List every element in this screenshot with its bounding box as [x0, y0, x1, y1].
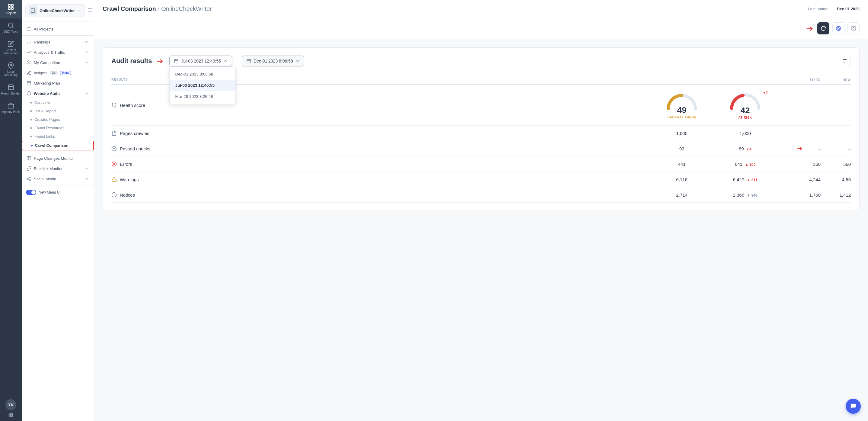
nav-marketing-plan[interactable]: Marketing Plan — [22, 78, 94, 88]
passed-checks-val1: 93 — [679, 146, 684, 151]
settings-icon — [851, 26, 856, 31]
subnav-overview[interactable]: Overview — [22, 98, 94, 107]
subnav-overview-dot — [30, 102, 32, 103]
header-right: Last update Dec-01 2023 — [808, 7, 860, 11]
chat-bubble[interactable] — [846, 399, 861, 414]
row-passed-checks: Passed checks 93 89 ♥ 4 ➔ – – — [112, 141, 851, 156]
main-area: Crawl Comparison / OnlineCheckWriter Las… — [94, 0, 868, 421]
subnav-crawl-comparison[interactable]: Crawl Comparison — [22, 141, 94, 150]
nav-local-marketing[interactable]: Local Marketing — [0, 59, 22, 80]
settings-button[interactable] — [847, 22, 860, 34]
col-header-results: RESULTS — [112, 78, 128, 81]
nav-analytics-traffic[interactable]: Analytics & Traffic — [22, 47, 94, 57]
customize-button[interactable] — [832, 22, 844, 34]
insights-badge: 21 — [50, 71, 58, 75]
refresh-button[interactable] — [817, 22, 829, 34]
toolbar-row: ➔ — [94, 18, 868, 39]
subnav-crawled-pages[interactable]: Crawled Pages — [22, 115, 94, 124]
col-header-new: NEW — [843, 78, 851, 82]
main-header: Crawl Comparison / OnlineCheckWriter Las… — [94, 0, 868, 18]
dropdown-option-jul03[interactable]: Jul-03 2023 12:40:55 — [169, 80, 236, 91]
nav-report-builder-label: Report Builder — [1, 92, 21, 95]
warnings-val1: 6,116 — [676, 177, 687, 182]
nav-backlink-monitor[interactable]: Backlink Monitor — [22, 163, 94, 174]
nav-rankings-label: Rankings — [34, 40, 50, 44]
file-icon — [112, 130, 117, 136]
sidebar-menu-icon[interactable] — [87, 7, 93, 14]
breadcrumb-separator: / — [158, 5, 160, 12]
date-picker-1[interactable]: Jul-03 2023 12:40:55 — [169, 56, 232, 66]
nav-my-competitors[interactable]: My Competitors — [22, 57, 94, 68]
user-avatar-item[interactable]: YK — [0, 396, 22, 421]
nav-insights-label: Insights — [34, 71, 48, 75]
nav-page-changes-monitor[interactable]: Page Changes Monitor — [22, 153, 94, 163]
new-menu-toggle[interactable]: New Menu UI — [22, 187, 94, 198]
health-score-label: Health score — [120, 103, 145, 108]
trending-up-icon — [27, 50, 31, 55]
subnav-found-links-label: Found Links — [34, 134, 55, 139]
col-header-fixed: FIXED — [810, 78, 820, 82]
notices-badge: ▼ 348 — [747, 193, 757, 198]
subnav-crawled-pages-label: Crawled Pages — [34, 118, 60, 122]
dropdown-option-dec01[interactable]: Dec-01 2023 8:06:58 — [169, 68, 236, 80]
date-picker-2[interactable]: Dec-01 2023 8:06:58 — [242, 56, 304, 66]
subnav-overview-label: Overview — [34, 100, 50, 105]
audit-section: Audit results ➔ Jul-03 2023 12:40:55 Dec… — [103, 48, 860, 210]
sidebar-nav: All Projects Rankings Analytics & Traffi… — [22, 22, 94, 201]
row-warnings: Warnings 6,116 6,427 ▲ 311 4,244 4,55 — [112, 172, 851, 187]
gauge-1-label: HALFWAY THERE — [667, 116, 696, 119]
nav-report-builder[interactable]: Report Builder — [0, 80, 22, 99]
passed-checks-arrow: ➔ — [797, 145, 803, 152]
subnav-found-links[interactable]: Found Links — [22, 132, 94, 141]
backlink-icon — [27, 166, 31, 171]
insights-beta-badge: Beta — [60, 71, 71, 75]
nav-seo-tools[interactable]: SEO Tools — [0, 19, 22, 37]
nav-insights[interactable]: Insights 21 Beta — [22, 68, 94, 78]
nav-all-projects[interactable]: All Projects — [22, 24, 94, 34]
folder-icon — [27, 27, 31, 31]
passed-checks-val2: 89 — [739, 146, 744, 151]
chevron-up-icon — [223, 59, 227, 63]
svg-line-5 — [12, 27, 13, 28]
nav-analytics-traffic-label: Analytics & Traffic — [34, 50, 65, 55]
subnav-found-resources[interactable]: Found Resources — [22, 124, 94, 132]
nav-projects[interactable]: Projects — [0, 0, 22, 19]
toggle-switch[interactable] — [26, 190, 36, 195]
breadcrumb: Crawl Comparison / OnlineCheckWriter — [103, 5, 212, 12]
pages-crawled-label: Pages crawled — [120, 131, 149, 136]
subnav-issue-report[interactable]: Issue Report — [22, 107, 94, 115]
date-picker-1-value: Jul-03 2023 12:40:55 — [181, 59, 221, 63]
notices-fixed: 1,760 — [809, 192, 820, 198]
icon-bar-bottom: YK — [0, 396, 22, 421]
svg-point-11 — [10, 414, 11, 416]
x-circle-icon — [112, 161, 117, 167]
nav-social-media[interactable]: Social Media — [22, 174, 94, 184]
nav-website-audit[interactable]: Website Audit — [22, 88, 94, 98]
warnings-badge: ▲ 311 — [747, 178, 757, 182]
social-media-icon — [27, 176, 31, 181]
pages-crawled-new: – — [848, 131, 851, 136]
nav-social-media-label: Social Media — [34, 177, 56, 181]
nav-agency-pack[interactable]: Agency Pack — [0, 99, 22, 117]
svg-rect-7 — [8, 85, 13, 90]
subnav-found-resources-dot — [30, 127, 32, 129]
heart-count: 7 — [766, 91, 768, 94]
nav-content-marketing[interactable]: Content Marketing — [0, 37, 22, 59]
errors-label: Errors — [120, 161, 132, 167]
chevron-down-icon-2 — [296, 59, 300, 63]
notices-val2: 2,366 — [733, 192, 745, 198]
calendar-icon-1 — [174, 59, 179, 63]
insights-icon — [27, 70, 31, 75]
nav-seo-tools-label: SEO Tools — [4, 30, 18, 33]
dropdown-option-mar28[interactable]: Mar-28 2023 8:26:48 — [169, 91, 236, 102]
nav-rankings[interactable]: Rankings — [22, 37, 94, 47]
passed-checks-new: – — [848, 146, 851, 151]
page-changes-icon — [27, 156, 31, 161]
project-selector[interactable]: OnlineCheckWriter — [25, 4, 85, 17]
info-icon — [112, 192, 117, 198]
alert-triangle-icon — [112, 177, 117, 182]
filter-button[interactable] — [839, 55, 851, 67]
svg-line-29 — [28, 178, 30, 179]
nav-all-projects-label: All Projects — [34, 27, 54, 31]
svg-rect-20 — [27, 82, 31, 85]
